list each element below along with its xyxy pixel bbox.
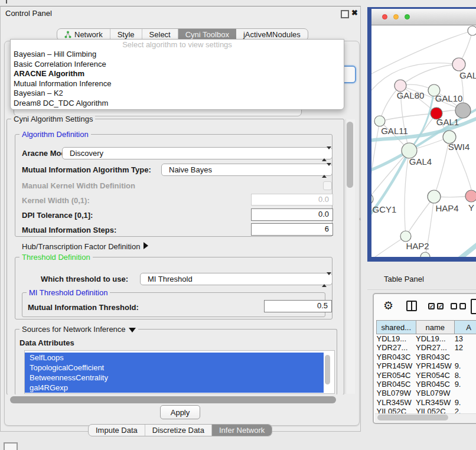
- deselect-all-checkbox-icon[interactable]: [459, 303, 466, 309]
- manual-kernel-width-checkbox[interactable]: [323, 181, 332, 190]
- attribute-item-selfloops[interactable]: SelfLoops: [25, 353, 324, 363]
- tab-label: Cyni Toolbox: [185, 30, 229, 39]
- manual-kernel-width-label: Manual Kernel Width Definition: [22, 181, 135, 190]
- tab-label: Discretize Data: [152, 426, 204, 435]
- column-header-a[interactable]: A: [455, 321, 476, 334]
- hub-definition-label: Hub/Transcription Factor Definition: [22, 242, 140, 251]
- sources-group-title: Sources for Network Inference: [22, 325, 126, 334]
- close-window-icon[interactable]: [382, 14, 387, 19]
- table-cell: YER054C: [416, 371, 455, 380]
- select-all-checkbox-icon[interactable]: ✓: [437, 303, 444, 309]
- tab-discretize-data[interactable]: Discretize Data: [145, 425, 212, 436]
- tab-infer-network[interactable]: Infer Network: [212, 425, 272, 436]
- dropdown-items: Bayesian – Hill ClimbingBasic Correlatio…: [11, 50, 344, 108]
- network-node-gal11[interactable]: [374, 116, 385, 126]
- close-panel-icon[interactable]: ✖: [351, 8, 358, 17]
- network-tab-icon: [64, 31, 71, 38]
- table-row[interactable]: YBR045CYBR045C9.: [377, 380, 476, 389]
- mi-threshold-field[interactable]: 0.5: [264, 300, 332, 312]
- network-node-hap4[interactable]: [428, 190, 441, 203]
- bottom-tab-strip: Impute DataDiscretize DataInfer Network: [88, 424, 272, 436]
- network-node-gal80[interactable]: [395, 80, 406, 92]
- mi-threshold-label: Mutual Information Threshold:: [28, 303, 139, 312]
- deselect-all-checkbox-icon[interactable]: [451, 303, 457, 309]
- network-node[interactable]: [420, 252, 430, 257]
- table-hscroll-thumb[interactable]: [377, 415, 448, 420]
- algorithm-option-dream8-dc-tdc-algorithm[interactable]: Dream8 DC_TDC Algorithm: [11, 99, 344, 109]
- table-panel: ⚙ ✓ ✓ shared...nameA YDL19...YDL19...13Y…: [373, 293, 476, 424]
- panel-divider-handle-icon[interactable]: ‹: [359, 216, 361, 222]
- aracne-mode-select[interactable]: Discovery: [62, 147, 332, 159]
- settings-hscroll-thumb[interactable]: [10, 396, 336, 403]
- algorithm-option-mutual-information-inference[interactable]: Mutual Information Inference: [11, 79, 344, 89]
- network-canvas[interactable]: GAL7GAL80GAL10GAL1GAL11SWI4GAL4GCY1HAP4Y…: [371, 25, 476, 257]
- import-table-icon[interactable]: [471, 299, 476, 314]
- node-label-hap2: HAP2: [406, 241, 429, 251]
- column-header-name[interactable]: name: [416, 321, 455, 334]
- attributes-scrollbar[interactable]: [325, 355, 330, 384]
- network-node-gcy1[interactable]: [371, 194, 373, 204]
- table-row[interactable]: YER054CYER054C8.: [377, 371, 476, 380]
- tab-label: Infer Network: [219, 426, 265, 435]
- table-cell: 8.: [455, 371, 476, 380]
- attribute-item-topologicalcoefficient[interactable]: TopologicalCoefficient: [25, 363, 324, 373]
- float-panel-icon[interactable]: [341, 10, 349, 18]
- columns-icon[interactable]: [406, 301, 417, 311]
- tab-impute-data[interactable]: Impute Data: [89, 425, 145, 436]
- network-edge: [371, 151, 409, 199]
- minimize-window-icon[interactable]: [393, 14, 399, 19]
- mi-algorithm-type-value: Naive Bayes: [169, 165, 212, 174]
- algorithm-option-aracne-algorithm[interactable]: ARACNE Algorithm: [11, 69, 344, 79]
- table-cell: YLR345W: [416, 398, 455, 407]
- column-header-shared[interactable]: shared...: [377, 321, 416, 334]
- select-all-checkbox-icon[interactable]: ✓: [428, 303, 435, 309]
- algorithm-option-bayesian-hill-climbing[interactable]: Bayesian – Hill Climbing: [11, 50, 344, 60]
- node-label-gal1: GAL1: [436, 117, 459, 127]
- kernel-width-field[interactable]: 0.0: [251, 194, 333, 206]
- data-attributes-label: Data Attributes: [19, 338, 74, 347]
- minimized-panel-icon[interactable]: [4, 442, 18, 450]
- sources-group-toggle[interactable]: Sources for Network Inference: [19, 325, 138, 333]
- table-row[interactable]: YPR145WYPR145W9.: [377, 361, 476, 370]
- network-node-y[interactable]: [465, 190, 476, 202]
- screen: { "colors": { "selection_blue": "#3c6edc…: [0, 0, 476, 450]
- apply-button[interactable]: Apply: [160, 405, 200, 419]
- cyni-settings-group-title: Cyni Algorithm Settings: [11, 115, 95, 123]
- table-row[interactable]: YLR345WYLR345W9.: [377, 398, 476, 407]
- network-node[interactable]: [468, 26, 476, 35]
- network-edge: [405, 151, 409, 236]
- gear-icon[interactable]: ⚙: [383, 300, 393, 312]
- dpi-tolerance-field[interactable]: 0.0: [251, 208, 333, 221]
- settings-vscroll-thumb[interactable]: [347, 122, 353, 188]
- mi-steps-field[interactable]: 6: [251, 223, 333, 236]
- table-cell: [455, 353, 476, 361]
- table-cell: YBR043C: [416, 353, 455, 361]
- attribute-item-gal4rgexp[interactable]: gal4RGexp: [25, 383, 324, 393]
- which-threshold-select[interactable]: MI Threshold: [140, 273, 332, 285]
- algorithm-option-bayesian-k2[interactable]: Bayesian – K2: [11, 89, 344, 99]
- node-label-gal80: GAL80: [397, 90, 425, 100]
- attribute-item-betweennesscentrality[interactable]: BetweennessCentrality: [25, 373, 324, 383]
- table-row[interactable]: YBR043CYBR043C: [377, 353, 476, 361]
- mi-threshold-group-title: MI Threshold Definition: [27, 289, 110, 296]
- table-cell: 13: [455, 334, 476, 344]
- node-table[interactable]: shared...nameA YDL19...YDL19...13YDR27..…: [376, 320, 476, 416]
- mi-algorithm-type-select[interactable]: Naive Bayes: [161, 164, 332, 176]
- control-panel-titlebar: Control Panel ✖: [1, 6, 360, 21]
- network-node-hap2[interactable]: [400, 231, 411, 242]
- node-label-gal11: GAL11: [381, 126, 408, 136]
- table-cell: [455, 389, 476, 397]
- network-node-gal7[interactable]: [452, 58, 465, 71]
- table-cell: YDL19...: [416, 334, 455, 344]
- network-node[interactable]: [455, 103, 471, 118]
- table-row[interactable]: YBL079WYBL079W: [377, 389, 476, 397]
- hub-definition-toggle[interactable]: Hub/Transcription Factor Definition: [22, 242, 148, 251]
- algorithm-option-basic-correlation-inference[interactable]: Basic Correlation Inference: [11, 60, 344, 70]
- table-row[interactable]: YDL19...YDL19...13: [377, 334, 476, 344]
- mi-algorithm-type-label: Mutual Information Algorithm Type:: [22, 165, 151, 174]
- network-edge: [400, 64, 459, 86]
- table-row[interactable]: YDR27...YDR27...12: [377, 343, 476, 352]
- mi-steps-label: Mutual Information Steps:: [22, 226, 116, 234]
- data-attributes-list[interactable]: SelfLoopsTopologicalCoefficientBetweenne…: [24, 350, 335, 394]
- zoom-window-icon[interactable]: [405, 14, 410, 19]
